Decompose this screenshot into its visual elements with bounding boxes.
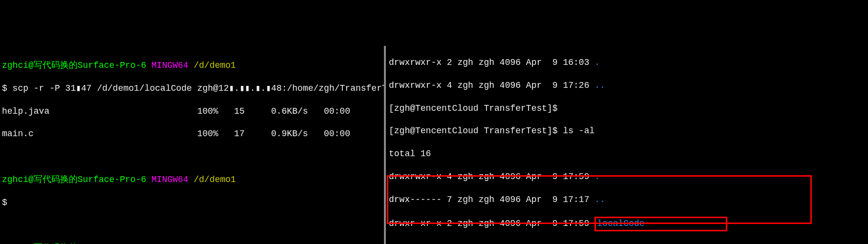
scp-command: $ scp -r -P 31▮47 /d/demo1/localCode zgh… bbox=[2, 83, 382, 94]
prompt-dollar: $ bbox=[2, 197, 382, 208]
blank-line bbox=[2, 220, 382, 231]
prompt-path: /d/demo1 bbox=[193, 61, 235, 70]
ls-row: drwxrwxr-x 4 zgh zgh 4096 Apr 9 17:59 . bbox=[389, 171, 865, 183]
scp-progress-row: help.java 100% 15 0.6KB/s 00:00 bbox=[2, 106, 382, 117]
blank-line bbox=[2, 151, 382, 163]
ls-row: drwxrwxr-x 4 zgh zgh 4096 Apr 9 17:26 .. bbox=[389, 80, 865, 91]
ls-row: drwxr-xr-x 2 zgh zgh 4096 Apr 9 17:59 lo… bbox=[389, 217, 865, 231]
left-terminal[interactable]: zghci@写代码换的Surface-Pro-6 MINGW64 /d/demo… bbox=[0, 46, 386, 244]
ls-row: drwx------ 7 zgh zgh 4096 Apr 9 17:17 .. bbox=[389, 194, 865, 205]
prompt-env: MINGW64 bbox=[151, 61, 189, 70]
terminal-split-view: zghci@写代码换的Surface-Pro-6 MINGW64 /d/demo… bbox=[0, 46, 868, 244]
prompt-line: [zgh@TencentCloud TransferTest]$ bbox=[389, 103, 865, 114]
prompt-user-host: zghci@写代码换的Surface-Pro-6 bbox=[2, 175, 146, 184]
prompt-user-host: zghci@写代码换的Surface-Pro-6 bbox=[2, 61, 146, 70]
prompt-line: [zgh@TencentCloud TransferTest]$ ls -al bbox=[389, 125, 865, 137]
highlight-localcode: localCode bbox=[594, 217, 727, 231]
ls-row: drwxrwxr-x 2 zgh zgh 4096 Apr 9 16:03 . bbox=[389, 57, 865, 68]
prompt-env: MINGW64 bbox=[151, 175, 189, 184]
right-terminal[interactable]: drwxrwxr-x 2 zgh zgh 4096 Apr 9 16:03 . … bbox=[386, 46, 868, 244]
scp-progress-row: main.c 100% 17 0.9KB/s 00:00 bbox=[2, 128, 382, 140]
prompt-path: /d/demo1 bbox=[193, 175, 235, 184]
total-line: total 16 bbox=[389, 148, 865, 160]
